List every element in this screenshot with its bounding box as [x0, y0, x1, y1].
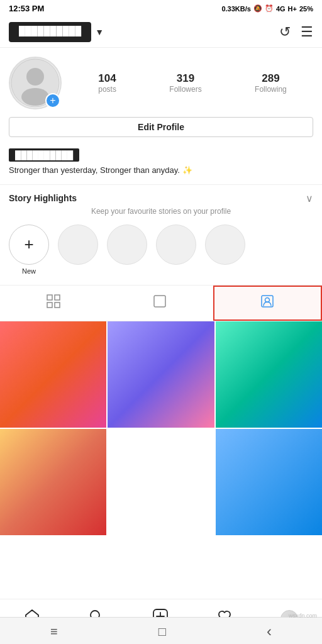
watermark: wsxdn.com — [289, 613, 317, 619]
username-display: ██████████ — [9, 22, 91, 42]
username-box[interactable]: ██████████ ▼ — [9, 22, 104, 42]
bio-username: ██████████ — [9, 148, 79, 162]
new-highlight-label: New — [22, 267, 36, 275]
android-menu-icon[interactable]: ≡ — [50, 625, 58, 639]
grid-cell-2[interactable] — [108, 321, 214, 428]
plus-icon: + — [50, 96, 55, 106]
tabs-row — [0, 286, 322, 321]
new-highlight-plus-icon: + — [24, 235, 33, 254]
bio-text: Stronger than yesterday, Stronger than a… — [9, 164, 313, 177]
grid-cell-4[interactable] — [0, 429, 106, 535]
following-stat[interactable]: 289 Following — [255, 72, 287, 94]
highlight-item-4[interactable] — [205, 225, 245, 275]
grid-cell-3[interactable] — [216, 321, 322, 428]
edit-profile-button[interactable]: Edit Profile — [9, 117, 313, 137]
grid-cell-6[interactable] — [216, 429, 322, 535]
status-icons: 0.33KB/s 🔕 ⏰ 4G H+ 25% — [221, 4, 313, 13]
bio-section: ██████████ Stronger than yesterday, Stro… — [0, 148, 322, 184]
svg-point-1 — [26, 68, 44, 86]
new-highlight-circle[interactable]: + — [9, 225, 49, 265]
signal-h-plus: H+ — [288, 5, 297, 13]
tagged-icon — [260, 294, 274, 312]
svg-point-2 — [21, 88, 49, 106]
avatar-wrapper: + — [9, 57, 62, 109]
signal-4g: 4G — [276, 5, 286, 13]
svg-rect-3 — [47, 295, 52, 300]
dropdown-arrow-icon[interactable]: ▼ — [95, 27, 104, 37]
highlight-item-3[interactable] — [156, 225, 196, 275]
highlights-subtitle: Keep your favourite stories on your prof… — [0, 207, 322, 216]
highlight-item-2[interactable] — [107, 225, 147, 275]
grid-image-3 — [216, 321, 322, 428]
profile-top: + 104 posts 319 Followers 289 Following — [9, 57, 313, 109]
battery: 25% — [299, 5, 313, 13]
highlights-title: Story Highlights — [9, 193, 77, 203]
network-speed: 0.33KB/s — [221, 5, 250, 13]
grid-image-6 — [216, 429, 322, 535]
svg-rect-4 — [55, 295, 60, 300]
status-time: 12:53 PM — [9, 4, 44, 13]
svg-rect-6 — [55, 303, 60, 308]
status-bar: 12:53 PM 0.33KB/s 🔕 ⏰ 4G H+ 25% — [0, 0, 322, 17]
following-count: 289 — [262, 72, 279, 85]
highlight-circle-1 — [58, 225, 98, 265]
chevron-up-icon[interactable]: ∨ — [306, 192, 313, 204]
svg-rect-5 — [47, 303, 52, 308]
posts-label: posts — [98, 85, 116, 94]
following-label: Following — [255, 85, 287, 94]
tab-tagged[interactable] — [213, 286, 322, 321]
tab-grid[interactable] — [0, 286, 106, 321]
menu-icon[interactable]: ☰ — [301, 24, 313, 40]
grid-cell-1[interactable] — [0, 321, 106, 428]
history-icon[interactable]: ↺ — [279, 24, 291, 40]
add-story-button[interactable]: + — [45, 93, 60, 108]
highlight-circle-4 — [205, 225, 245, 265]
highlight-circle-2 — [107, 225, 147, 265]
stats-row: 104 posts 319 Followers 289 Following — [72, 72, 313, 94]
reels-icon — [153, 294, 167, 312]
profile-section: + 104 posts 319 Followers 289 Following … — [0, 48, 322, 148]
posts-stat[interactable]: 104 posts — [98, 72, 116, 94]
alarm-icon: 🔕 — [253, 4, 262, 13]
android-back-icon[interactable]: ‹ — [267, 623, 272, 640]
highlight-new[interactable]: + New — [9, 225, 49, 275]
highlight-circle-3 — [156, 225, 196, 265]
grid-image-1 — [0, 321, 106, 428]
highlights-section: Story Highlights ∨ Keep your favourite s… — [0, 184, 322, 286]
grid-cell-5[interactable] — [108, 429, 214, 535]
android-nav: ≡ □ ‹ — [0, 617, 322, 644]
photo-grid — [0, 321, 322, 536]
grid-icon — [47, 294, 60, 312]
top-nav: ██████████ ▼ ↺ ☰ — [0, 17, 322, 48]
highlights-header: Story Highlights ∨ — [0, 192, 322, 204]
grid-image-2 — [108, 321, 214, 428]
followers-stat[interactable]: 319 Followers — [169, 72, 201, 94]
posts-count: 104 — [98, 72, 116, 85]
nav-icons: ↺ ☰ — [279, 24, 313, 40]
android-home-icon[interactable]: □ — [158, 625, 166, 639]
grid-image-4 — [0, 429, 106, 535]
grid-image-5 — [108, 429, 214, 535]
followers-label: Followers — [169, 85, 201, 94]
highlights-list: + New — [0, 225, 322, 275]
highlight-item-1[interactable] — [58, 225, 98, 275]
followers-count: 319 — [177, 72, 194, 85]
clock-icon: ⏰ — [265, 4, 274, 13]
tab-reels[interactable] — [106, 286, 213, 321]
svg-rect-7 — [154, 296, 165, 307]
